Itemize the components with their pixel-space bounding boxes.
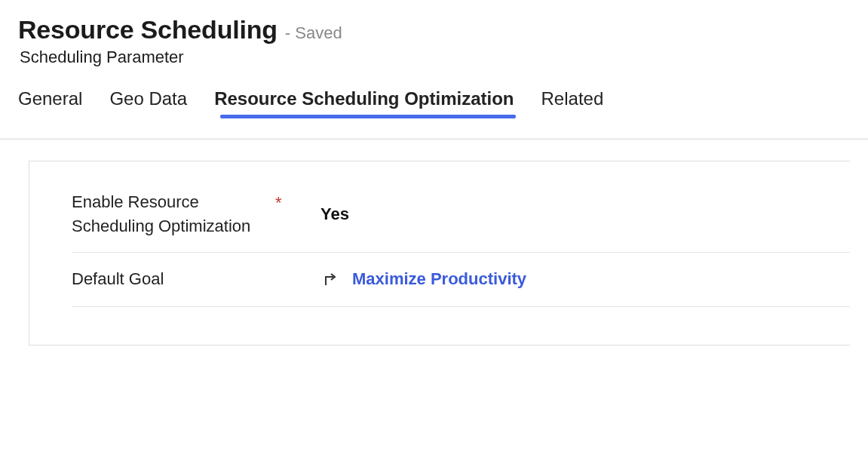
- field-label: Enable Resource Scheduling Optimization: [72, 190, 275, 238]
- required-marker: *: [275, 190, 321, 213]
- tab-related[interactable]: Related: [541, 88, 604, 115]
- entity-subtitle: Scheduling Parameter: [20, 48, 850, 67]
- save-status: - Saved: [285, 23, 342, 43]
- tab-geo-data[interactable]: Geo Data: [109, 88, 187, 115]
- field-enable-rso: Enable Resource Scheduling Optimization …: [72, 186, 850, 253]
- field-value-default-goal[interactable]: Maximize Productivity: [321, 269, 526, 289]
- tab-divider: [0, 138, 868, 140]
- title-row: Resource Scheduling - Saved: [18, 15, 850, 45]
- field-value-enable-rso[interactable]: Yes: [321, 204, 349, 224]
- field-label: Default Goal: [72, 267, 275, 291]
- form-panel: Enable Resource Scheduling Optimization …: [29, 161, 850, 346]
- page-root: Resource Scheduling - Saved Scheduling P…: [0, 0, 868, 376]
- tab-resource-scheduling-optimization[interactable]: Resource Scheduling Optimization: [214, 88, 514, 115]
- page-title: Resource Scheduling: [18, 15, 278, 45]
- tabs: General Geo Data Resource Scheduling Opt…: [18, 88, 850, 115]
- lookup-arrow-icon: [321, 270, 340, 288]
- lookup-link-default-goal[interactable]: Maximize Productivity: [352, 269, 526, 289]
- tab-general[interactable]: General: [18, 88, 82, 115]
- field-default-goal: Default Goal Maximize Productivity: [72, 253, 850, 307]
